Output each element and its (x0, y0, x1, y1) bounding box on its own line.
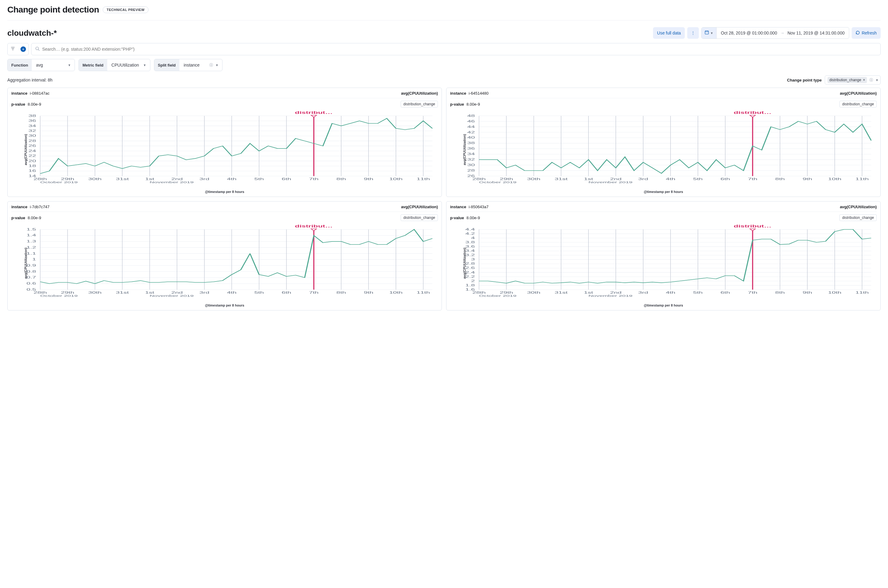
svg-text:2.6: 2.6 (465, 266, 475, 270)
split-field-select[interactable]: Split field instance ⓧ ▼ (154, 59, 223, 71)
date-range-picker[interactable]: ▼ Oct 28, 2019 @ 01:00:00.000 → Nov 11, … (701, 27, 849, 39)
date-to: Nov 11, 2019 @ 14:31:00.000 (787, 30, 844, 35)
metric-label: avg(CPUUtilization) (401, 91, 438, 96)
svg-text:38: 38 (467, 141, 475, 145)
svg-text:4th: 4th (666, 291, 675, 294)
pvalue-value: 8.00e-9 (28, 102, 41, 106)
svg-text:28th: 28th (34, 291, 47, 294)
clear-split-button[interactable]: ⓧ (209, 63, 213, 68)
svg-text:34: 34 (467, 152, 475, 156)
svg-text:3.4: 3.4 (465, 249, 475, 252)
y-axis-label: avg(CPUUtilization) (24, 134, 27, 165)
function-label: Function (8, 59, 32, 71)
change-type-tag: distribution_change (840, 214, 877, 221)
svg-text:2.2: 2.2 (465, 275, 475, 278)
svg-text:30: 30 (29, 134, 36, 138)
svg-text:November 2019: November 2019 (150, 294, 194, 297)
pvalue-label: p-value (450, 216, 464, 220)
search-box[interactable] (31, 43, 880, 55)
chip-remove-button[interactable]: × (863, 78, 865, 82)
svg-text:8th: 8th (775, 177, 785, 181)
svg-text:2.4: 2.4 (465, 270, 475, 274)
svg-text:2.8: 2.8 (465, 262, 475, 266)
chart-panel: instancei-7db7c747 avg(CPUUtilization) p… (8, 201, 442, 310)
svg-text:distribut…: distribut… (734, 111, 772, 114)
metric-value: CPUUtilization (111, 63, 139, 68)
svg-text:4th: 4th (227, 291, 236, 294)
svg-marker-65 (311, 115, 316, 117)
svg-text:26: 26 (29, 144, 36, 148)
svg-text:28: 28 (29, 139, 36, 142)
svg-text:6th: 6th (721, 177, 730, 181)
svg-text:2nd: 2nd (171, 291, 183, 294)
svg-text:36: 36 (467, 147, 475, 150)
change-type-tag: distribution_change (400, 101, 438, 108)
svg-text:1st: 1st (584, 177, 593, 181)
pvalue-label: p-value (450, 102, 464, 106)
chevron-down-icon: ▼ (215, 63, 218, 67)
svg-text:30th: 30th (527, 177, 540, 181)
pvalue-value: 8.00e-9 (467, 216, 480, 220)
metric-label: Metric field (79, 59, 107, 71)
pvalue-label: p-value (11, 216, 26, 220)
svg-text:18: 18 (29, 164, 36, 168)
svg-text:3rd: 3rd (638, 291, 649, 294)
svg-text:31st: 31st (116, 177, 129, 181)
svg-text:November 2019: November 2019 (588, 181, 632, 184)
svg-text:9th: 9th (364, 291, 373, 294)
use-full-data-button[interactable]: Use full data (653, 27, 685, 39)
metric-field-select[interactable]: Metric field CPUUtilization▼ (78, 59, 151, 71)
svg-text:October 2019: October 2019 (40, 294, 78, 297)
y-axis-label: avg(CPUUtilization) (463, 134, 466, 165)
svg-text:1st: 1st (584, 291, 593, 294)
function-select[interactable]: Function avg▼ (8, 59, 75, 71)
filter-menu-button[interactable] (8, 44, 18, 55)
svg-text:36: 36 (29, 119, 36, 122)
svg-text:16: 16 (29, 169, 36, 173)
svg-text:20: 20 (29, 159, 36, 163)
instance-value: i-7db7c747 (30, 204, 50, 209)
svg-text:3rd: 3rd (638, 177, 649, 181)
svg-text:48: 48 (467, 114, 475, 117)
refresh-button[interactable]: Refresh (852, 27, 880, 39)
chevron-down-icon: ▼ (876, 78, 879, 82)
svg-text:10th: 10th (828, 177, 841, 181)
dots-vertical-icon: ⋮ (691, 30, 695, 35)
svg-text:3: 3 (471, 258, 475, 261)
svg-text:5th: 5th (693, 177, 703, 181)
chevron-down-icon: ▼ (710, 32, 713, 35)
calendar-icon (704, 30, 709, 36)
svg-text:29th: 29th (500, 177, 513, 181)
svg-text:31st: 31st (116, 291, 129, 294)
change-point-type-combo[interactable]: distribution_change × ⓧ ▼ (825, 75, 880, 85)
svg-text:4: 4 (471, 236, 475, 240)
date-from: Oct 28, 2019 @ 01:00:00.000 (721, 30, 777, 35)
search-input[interactable] (42, 47, 877, 52)
svg-text:November 2019: November 2019 (588, 294, 632, 297)
refresh-label: Refresh (862, 30, 877, 35)
instance-label: instance (11, 91, 27, 96)
svg-text:0.9: 0.9 (27, 264, 36, 267)
svg-text:28th: 28th (473, 177, 486, 181)
svg-text:10th: 10th (389, 291, 403, 294)
svg-text:1.8: 1.8 (465, 284, 475, 287)
y-axis-label: avg(CPUUtilization) (463, 248, 466, 279)
svg-text:7th: 7th (309, 177, 318, 181)
add-filter-button[interactable]: + (18, 44, 29, 55)
svg-text:30th: 30th (527, 291, 540, 294)
change-type-tag: distribution_change (840, 101, 877, 108)
instance-value: i-64514480 (469, 91, 489, 96)
svg-text:6th: 6th (282, 291, 291, 294)
svg-text:1.3: 1.3 (27, 239, 36, 243)
options-button[interactable]: ⋮ (687, 27, 699, 39)
svg-text:7th: 7th (309, 291, 318, 294)
instance-label: instance (450, 204, 466, 209)
function-value: avg (36, 63, 43, 68)
filter-controls: + (8, 43, 29, 55)
y-axis-label: avg(CPUUtilization) (24, 248, 27, 279)
instance-value: i-088147ac (30, 91, 50, 96)
svg-text:10th: 10th (389, 177, 403, 181)
clear-cp-type-button[interactable]: ⓧ (869, 78, 873, 83)
svg-text:0.8: 0.8 (27, 270, 36, 273)
svg-text:distribut…: distribut… (734, 224, 772, 228)
